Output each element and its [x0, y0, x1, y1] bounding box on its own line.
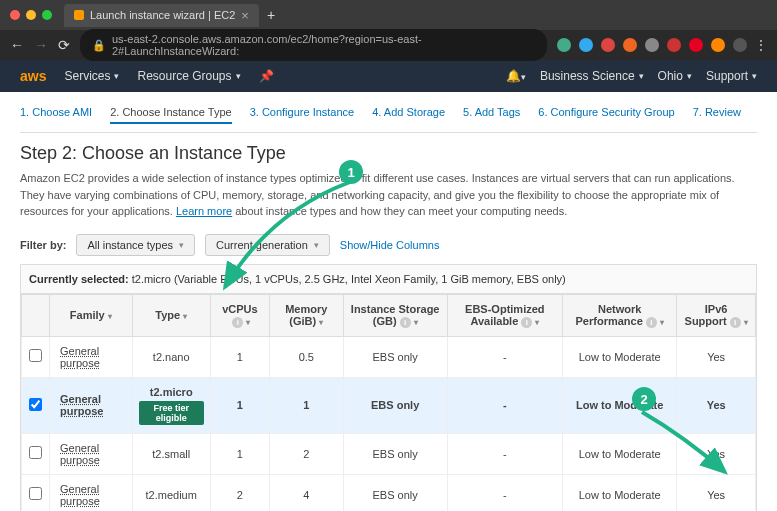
type-cell: t2.medium [132, 474, 210, 511]
th-ipv6[interactable]: IPv6 Supporti▾ [677, 294, 756, 336]
extension-icons: ⋮ [557, 38, 767, 52]
wizard-step-6[interactable]: 7. Review [693, 106, 741, 124]
maximize-window-icon[interactable] [42, 10, 52, 20]
nav-arrows: ← → ⟳ [10, 37, 70, 53]
memory-cell: 4 [269, 474, 343, 511]
ipv6-cell: Yes [677, 336, 756, 377]
wizard-step-4[interactable]: 5. Add Tags [463, 106, 520, 124]
ebs-cell: - [447, 336, 562, 377]
avatar-icon[interactable] [733, 38, 747, 52]
favicon-icon [74, 10, 84, 20]
page-description: Amazon EC2 provides a wide selection of … [20, 170, 757, 220]
reload-icon[interactable]: ⟳ [58, 37, 70, 53]
type-cell: t2.small [132, 433, 210, 474]
th-type[interactable]: Type▾ [132, 294, 210, 336]
ext-icon[interactable] [601, 38, 615, 52]
aws-header: aws Services ▾ Resource Groups ▾ 📌 🔔▾ Bu… [0, 60, 777, 92]
row-checkbox[interactable] [29, 487, 42, 500]
ext-icon[interactable] [689, 38, 703, 52]
table-row[interactable]: General purpose t2.medium 2 4 EBS only -… [22, 474, 756, 511]
resource-groups-menu[interactable]: Resource Groups ▾ [137, 69, 240, 83]
new-tab-button[interactable]: + [267, 7, 275, 23]
services-menu[interactable]: Services ▾ [64, 69, 119, 83]
vcpus-cell: 1 [210, 377, 269, 433]
region-menu[interactable]: Ohio ▾ [658, 69, 692, 83]
storage-cell: EBS only [343, 433, 447, 474]
family-cell: General purpose [60, 483, 100, 507]
th-network[interactable]: Network Performancei▾ [563, 294, 677, 336]
forward-icon[interactable]: → [34, 37, 48, 53]
ext-icon[interactable] [579, 38, 593, 52]
ext-icon[interactable] [557, 38, 571, 52]
row-checkbox[interactable] [29, 398, 42, 411]
menu-icon[interactable]: ⋮ [755, 38, 767, 52]
free-tier-badge: Free tier eligible [139, 401, 204, 425]
address-bar[interactable]: 🔒 us-east-2.console.aws.amazon.com/ec2/h… [80, 29, 547, 61]
th-family[interactable]: Family▾ [50, 294, 133, 336]
th-checkbox [22, 294, 50, 336]
network-cell: Low to Moderate [563, 336, 677, 377]
window-controls [10, 10, 52, 20]
aws-logo[interactable]: aws [20, 68, 46, 84]
pin-icon[interactable]: 📌 [259, 69, 274, 83]
browser-toolbar: ← → ⟳ 🔒 us-east-2.console.aws.amazon.com… [0, 30, 777, 60]
type-cell: t2.microFree tier eligible [132, 377, 210, 433]
page-title: Step 2: Choose an Instance Type [20, 143, 757, 164]
storage-cell: EBS only [343, 474, 447, 511]
ebs-cell: - [447, 474, 562, 511]
ipv6-cell: Yes [677, 377, 756, 433]
family-cell: General purpose [60, 345, 100, 369]
memory-cell: 1 [269, 377, 343, 433]
row-checkbox[interactable] [29, 446, 42, 459]
storage-cell: EBS only [343, 377, 447, 433]
ext-icon[interactable] [623, 38, 637, 52]
minimize-window-icon[interactable] [26, 10, 36, 20]
ext-icon[interactable] [711, 38, 725, 52]
table-row[interactable]: General purpose t2.nano 1 0.5 EBS only -… [22, 336, 756, 377]
wizard-step-5[interactable]: 6. Configure Security Group [538, 106, 674, 124]
currently-selected-bar: Currently selected: t2.micro (Variable E… [20, 264, 757, 294]
wizard-step-1[interactable]: 2. Choose Instance Type [110, 106, 232, 124]
support-menu[interactable]: Support ▾ [706, 69, 757, 83]
vcpus-cell: 2 [210, 474, 269, 511]
filter-generation[interactable]: Current generation ▾ [205, 234, 330, 256]
wizard-step-2[interactable]: 3. Configure Instance [250, 106, 355, 124]
th-storage[interactable]: Instance Storage (GB)i▾ [343, 294, 447, 336]
close-tab-icon[interactable]: × [241, 8, 249, 23]
url-text: us-east-2.console.aws.amazon.com/ec2/hom… [112, 33, 535, 57]
network-cell: Low to Moderate [563, 474, 677, 511]
show-hide-columns-link[interactable]: Show/Hide Columns [340, 239, 440, 251]
table-row[interactable]: General purpose t2.microFree tier eligib… [22, 377, 756, 433]
vcpus-cell: 1 [210, 336, 269, 377]
memory-cell: 2 [269, 433, 343, 474]
ext-icon[interactable] [667, 38, 681, 52]
ebs-cell: - [447, 377, 562, 433]
table-row[interactable]: General purpose t2.small 1 2 EBS only - … [22, 433, 756, 474]
th-ebs[interactable]: EBS-Optimized Availablei▾ [447, 294, 562, 336]
filter-instance-types[interactable]: All instance types ▾ [76, 234, 195, 256]
wizard-steps: 1. Choose AMI2. Choose Instance Type3. C… [20, 102, 757, 133]
th-memory[interactable]: Memory (GiB)▾ [269, 294, 343, 336]
type-cell: t2.nano [132, 336, 210, 377]
family-cell: General purpose [60, 393, 103, 417]
lock-icon: 🔒 [92, 39, 106, 52]
row-checkbox[interactable] [29, 349, 42, 362]
learn-more-link[interactable]: Learn more [176, 205, 232, 217]
wizard-step-0[interactable]: 1. Choose AMI [20, 106, 92, 124]
tab-title: Launch instance wizard | EC2 [90, 9, 235, 21]
wizard-step-3[interactable]: 4. Add Storage [372, 106, 445, 124]
memory-cell: 0.5 [269, 336, 343, 377]
vcpus-cell: 1 [210, 433, 269, 474]
ebs-cell: - [447, 433, 562, 474]
filter-label: Filter by: [20, 239, 66, 251]
back-icon[interactable]: ← [10, 37, 24, 53]
storage-cell: EBS only [343, 336, 447, 377]
account-menu[interactable]: Business Science ▾ [540, 69, 644, 83]
bell-icon[interactable]: 🔔▾ [506, 69, 526, 83]
th-vcpus[interactable]: vCPUsi▾ [210, 294, 269, 336]
browser-tab[interactable]: Launch instance wizard | EC2 × [64, 4, 259, 27]
family-cell: General purpose [60, 442, 100, 466]
ext-icon[interactable] [645, 38, 659, 52]
close-window-icon[interactable] [10, 10, 20, 20]
ipv6-cell: Yes [677, 474, 756, 511]
